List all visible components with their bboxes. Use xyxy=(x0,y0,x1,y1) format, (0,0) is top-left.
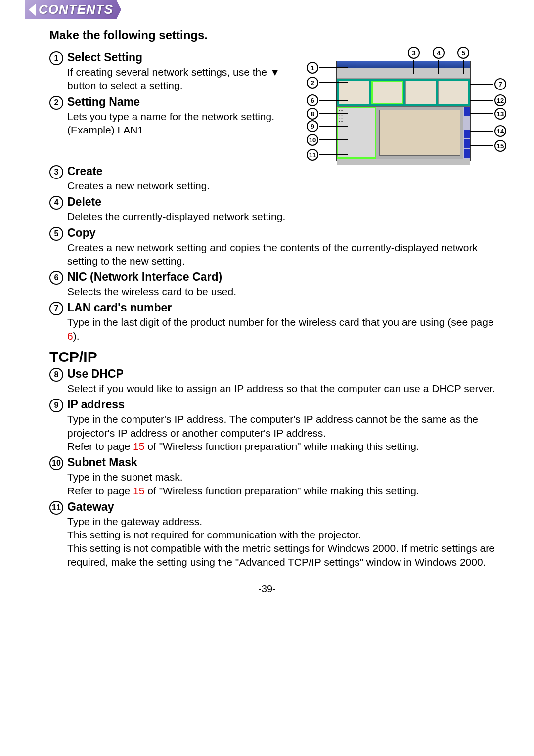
items-left: 1 Select Setting If creating several net… xyxy=(49,51,297,139)
callout-9: 9 xyxy=(307,120,348,132)
item-4-title: Delete xyxy=(67,195,509,209)
manual-page: CONTENTS Make the following settings. 1 … xyxy=(0,0,534,610)
item-10: 10 Subnet Mask Type in the subnet mask. … xyxy=(49,456,509,497)
item-5: 5 Copy Creates a new network setting and… xyxy=(49,226,509,268)
item-10-title: Subnet Mask xyxy=(67,456,509,469)
back-triangle-icon xyxy=(29,4,36,16)
callout-13: 13 xyxy=(470,108,506,120)
page-link-15b[interactable]: 15 xyxy=(133,485,144,496)
item-5-title: Copy xyxy=(67,226,509,240)
callout-12: 12 xyxy=(470,94,506,106)
item-11: 11 Gateway Type in the gateway address. … xyxy=(49,500,509,569)
item-1: 1 Select Setting If creating several net… xyxy=(49,51,297,92)
item-3-title: Create xyxy=(67,165,509,178)
callout-10: 10 xyxy=(307,134,348,146)
item-5-desc: Creates a new network setting and copies… xyxy=(67,241,509,268)
intro-heading: Make the following settings. xyxy=(49,28,509,42)
callout-14: 14 xyxy=(470,125,506,137)
item-7: 7 LAN card's number Type in the last dig… xyxy=(49,301,509,343)
item-11-desc: Type in the gateway address. This settin… xyxy=(67,515,509,569)
item-6: 6 NIC (Network Interface Card) Selects t… xyxy=(49,270,509,298)
top-row: 1 Select Setting If creating several net… xyxy=(49,51,509,165)
page-number: -39- xyxy=(25,583,509,595)
item-8-desc: Select if you would like to assign an IP… xyxy=(67,382,509,395)
callout-1: 1 xyxy=(307,62,348,74)
badge-9: 9 xyxy=(49,399,63,412)
item-9-desc: Type in the computer's IP address. The c… xyxy=(67,412,509,453)
badge-11: 11 xyxy=(49,501,63,515)
item-1-desc: If creating several network settings, us… xyxy=(67,65,297,92)
annotated-screenshot: ▪ ▪ ▪▪ ▪ ▪▪ ▪ ▪▪ ▪ ▪▪ ▪ ▪ 3 4 5 1 2 6 8 … xyxy=(302,51,509,165)
contents-banner[interactable]: CONTENTS xyxy=(25,0,121,19)
item-3: 3 Create Creates a new network setting. xyxy=(49,165,509,192)
item-8-title: Use DHCP xyxy=(67,367,509,381)
item-9: 9 IP address Type in the computer's IP a… xyxy=(49,398,509,453)
item-2-title: Setting Name xyxy=(67,95,297,109)
contents-label: CONTENTS xyxy=(39,2,113,17)
page-link-6[interactable]: 6 xyxy=(67,330,73,342)
item-3-desc: Creates a new network setting. xyxy=(67,179,509,192)
item-4-desc: Deletes the currently-displayed network … xyxy=(67,210,509,223)
callout-4: 4 xyxy=(433,47,445,74)
badge-2: 2 xyxy=(49,96,63,110)
badge-6: 6 xyxy=(49,271,63,285)
callout-6: 6 xyxy=(307,94,348,106)
badge-3: 3 xyxy=(49,165,63,179)
items-full: 3 Create Creates a new network setting. … xyxy=(49,165,509,343)
screenshot-thumb: ▪ ▪ ▪▪ ▪ ▪▪ ▪ ▪▪ ▪ ▪▪ ▪ ▪ xyxy=(336,61,471,161)
item-11-title: Gateway xyxy=(67,500,509,514)
badge-1: 1 xyxy=(49,51,63,65)
item-7-title: LAN card's number xyxy=(67,301,509,314)
item-7-desc: Type in the last digit of the product nu… xyxy=(67,315,509,343)
item-2: 2 Setting Name Lets you type a name for … xyxy=(49,95,297,137)
badge-8: 8 xyxy=(49,368,63,382)
tcpip-heading: TCP/IP xyxy=(49,349,509,365)
item-2-desc: Lets you type a name for the network set… xyxy=(67,110,297,137)
item-9-title: IP address xyxy=(67,398,509,411)
callout-5: 5 xyxy=(457,47,469,74)
badge-5: 5 xyxy=(49,227,63,241)
item-4: 4 Delete Deletes the currently-displayed… xyxy=(49,195,509,223)
item-6-desc: Selects the wireless card to be used. xyxy=(67,285,509,298)
item-8: 8 Use DHCP Select if you would like to a… xyxy=(49,367,509,395)
callout-3: 3 xyxy=(408,47,420,74)
item-10-desc: Type in the subnet mask. Refer to page 1… xyxy=(67,470,509,497)
item-6-title: NIC (Network Interface Card) xyxy=(67,270,509,284)
figure-column: ▪ ▪ ▪▪ ▪ ▪▪ ▪ ▪▪ ▪ ▪▪ ▪ ▪ 3 4 5 1 2 6 8 … xyxy=(302,51,509,165)
callout-8: 8 xyxy=(307,108,348,120)
badge-4: 4 xyxy=(49,196,63,210)
badge-7: 7 xyxy=(49,302,63,315)
badge-10: 10 xyxy=(49,456,63,470)
items-tcpip: 8 Use DHCP Select if you would like to a… xyxy=(49,367,509,569)
item-1-title: Select Setting xyxy=(67,51,297,64)
page-link-15a[interactable]: 15 xyxy=(133,441,144,452)
callout-11: 11 xyxy=(307,149,348,161)
callout-2: 2 xyxy=(307,77,348,89)
callout-7: 7 xyxy=(470,78,506,90)
callout-15: 15 xyxy=(470,140,506,152)
